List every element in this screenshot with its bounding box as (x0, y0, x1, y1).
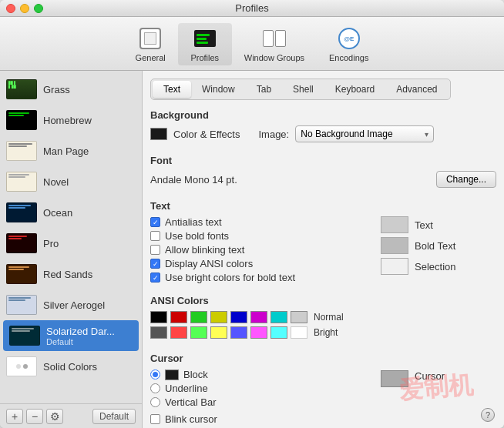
item-text-pro: Pro (43, 238, 59, 249)
tab-advanced[interactable]: Advanced (385, 81, 448, 98)
ansi-normal-6[interactable] (270, 311, 287, 323)
profile-thumb-redsands (6, 264, 37, 284)
help-button[interactable]: ? (481, 408, 495, 422)
antialias-label: Antialias text (165, 216, 222, 228)
cursor-block-swatch[interactable] (165, 369, 179, 380)
toolbar-item-encodings[interactable]: @E Encodings (317, 23, 381, 65)
profile-thumb-novel (6, 172, 37, 192)
default-button[interactable]: Default (92, 409, 136, 424)
text-color-swatch[interactable] (381, 216, 408, 233)
blink-cursor-row: Blink cursor (150, 413, 496, 425)
ansi-normal-2[interactable] (190, 311, 207, 323)
close-button[interactable] (6, 4, 15, 13)
remove-profile-button[interactable]: − (26, 409, 43, 424)
title-bar: Profiles (0, 0, 504, 17)
change-font-button[interactable]: Change... (436, 171, 496, 188)
sidebar-item-solarized[interactable]: Solarized Dar... Default (3, 320, 139, 351)
ansi-normal-3[interactable] (210, 311, 227, 323)
background-image-dropdown[interactable]: No Background Image ▾ (295, 125, 434, 142)
tab-text[interactable]: Text (153, 81, 191, 98)
toolbar-label-profiles: Profiles (190, 53, 219, 62)
sidebar-item-manpage[interactable]: Man Page (0, 135, 142, 166)
item-text-redsands: Red Sands (43, 269, 92, 280)
maximize-button[interactable] (34, 4, 43, 13)
ansi-bright-row: Bright (150, 326, 496, 339)
ansi-normal-4[interactable] (230, 311, 247, 323)
sidebar-item-silveraerogel[interactable]: Silver Aerogel (0, 289, 142, 320)
selection-color-row: Selection (381, 258, 496, 275)
selection-color-swatch[interactable] (381, 258, 408, 275)
cursor-vertical-label: Vertical Bar (165, 396, 216, 408)
ansi-normal-0[interactable] (150, 311, 167, 323)
ansi-bright-6[interactable] (270, 326, 287, 339)
ansi-bright-0[interactable] (150, 326, 167, 339)
main-panel: Text Window Tab Shell Keyboard Advanced … (143, 71, 504, 428)
ansi-colors-title: ANSI Colors (150, 295, 496, 306)
background-color-swatch[interactable] (150, 128, 167, 140)
item-text-silveraerogel: Silver Aerogel (43, 299, 105, 311)
brightbold-checkbox[interactable] (150, 273, 160, 283)
sidebar-item-ocean[interactable]: Ocean (0, 197, 142, 228)
tab-shell[interactable]: Shell (282, 81, 324, 98)
cursor-title: Cursor (150, 353, 496, 364)
ansi-bright-2[interactable] (190, 326, 207, 339)
add-profile-button[interactable]: + (6, 409, 23, 424)
sidebar-list: ▉▉ ▋▋ ▉▉ Grass Homebrew (0, 71, 142, 403)
toolbar-label-encodings: Encodings (329, 53, 368, 62)
cursor-underline-radio[interactable] (150, 383, 160, 393)
profile-thumb-ocean (6, 202, 37, 222)
cursor-vertical-radio[interactable] (150, 397, 160, 407)
font-title: Font (150, 155, 496, 166)
sidebar-item-solidcolors[interactable]: Solid Colors (0, 351, 142, 382)
toolbar-item-window-groups[interactable]: Window Groups (232, 23, 317, 65)
toolbar-item-general[interactable]: General (123, 23, 178, 65)
ansi-normal-1[interactable] (170, 311, 187, 323)
profile-thumb-homebrew (6, 110, 37, 130)
blink-checkbox[interactable] (150, 245, 160, 255)
tab-window[interactable]: Window (191, 81, 246, 98)
sidebar-item-redsands[interactable]: Red Sands (0, 259, 142, 289)
cursor-color-swatch[interactable] (381, 370, 408, 387)
tabs-bar: Text Window Tab Shell Keyboard Advanced (150, 79, 451, 100)
ansi-label: Display ANSI colors (165, 258, 253, 269)
ansi-normal-5[interactable] (250, 311, 267, 323)
sidebar-item-pro[interactable]: Pro (0, 228, 142, 259)
gear-button[interactable]: ⚙ (46, 409, 63, 424)
text-color-row: Text (381, 216, 496, 233)
checkbox-ansi-row: Display ANSI colors (150, 258, 368, 269)
toolbar-item-profiles[interactable]: Profiles (178, 23, 232, 65)
sidebar-item-grass[interactable]: ▉▉ ▋▋ ▉▉ Grass (0, 74, 142, 105)
background-title: Background (150, 109, 496, 121)
bold-text-color-row: Bold Text (381, 237, 496, 254)
antialias-checkbox[interactable] (150, 217, 160, 227)
ansi-bright-4[interactable] (230, 326, 247, 339)
sidebar-item-novel[interactable]: Novel (0, 166, 142, 197)
sidebar-item-homebrew[interactable]: Homebrew (0, 105, 142, 135)
tab-keyboard[interactable]: Keyboard (324, 81, 385, 98)
item-text-solidcolors: Solid Colors (43, 361, 97, 373)
bold-checkbox[interactable] (150, 231, 160, 241)
ansi-checkbox[interactable] (150, 259, 160, 269)
color-effects-label: Color & Effects (173, 129, 240, 140)
profile-thumb-pro (6, 233, 37, 253)
text-section: Text Antialias text Use bold fonts (150, 200, 496, 286)
ansi-normal-7[interactable] (291, 311, 307, 323)
ansi-bright-1[interactable] (170, 326, 187, 339)
cursor-block-radio[interactable] (150, 369, 160, 380)
image-label: Image: (258, 129, 289, 140)
ansi-bright-7[interactable] (291, 326, 307, 339)
text-color-label: Text (415, 219, 433, 231)
cursor-color-label: Cursor (415, 370, 445, 382)
checkbox-bold-row: Use bold fonts (150, 230, 368, 242)
ansi-colors-section: ANSI Colors Normal (150, 295, 496, 339)
blink-cursor-checkbox[interactable] (150, 414, 160, 424)
tab-tab[interactable]: Tab (246, 81, 282, 98)
ansi-bright-5[interactable] (250, 326, 267, 339)
sidebar: ▉▉ ▋▋ ▉▉ Grass Homebrew (0, 71, 143, 428)
cursor-underline-label: Underline (165, 383, 208, 394)
minimize-button[interactable] (20, 4, 29, 13)
bold-text-color-swatch[interactable] (381, 237, 408, 254)
content-area: ▉▉ ▋▋ ▉▉ Grass Homebrew (0, 71, 504, 428)
ansi-bright-3[interactable] (210, 326, 227, 339)
encodings-icon: @E (337, 26, 361, 51)
